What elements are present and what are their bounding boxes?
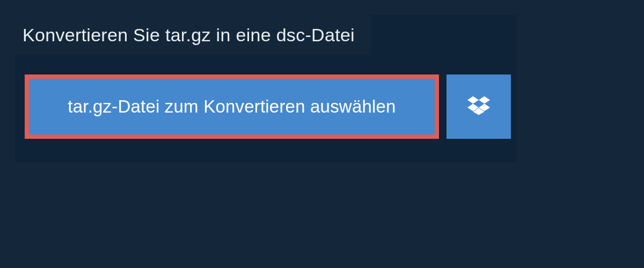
page-title: Konvertieren Sie tar.gz in eine dsc-Date… <box>23 25 355 45</box>
select-file-button[interactable]: tar.gz-Datei zum Konvertieren auswählen <box>25 75 439 139</box>
button-row: tar.gz-Datei zum Konvertieren auswählen <box>15 55 517 139</box>
converter-panel: Konvertieren Sie tar.gz in eine dsc-Date… <box>15 15 517 162</box>
title-bar: Konvertieren Sie tar.gz in eine dsc-Date… <box>15 15 371 55</box>
dropbox-icon <box>467 94 490 119</box>
select-file-label: tar.gz-Datei zum Konvertieren auswählen <box>68 96 396 117</box>
dropbox-button[interactable] <box>447 75 511 139</box>
